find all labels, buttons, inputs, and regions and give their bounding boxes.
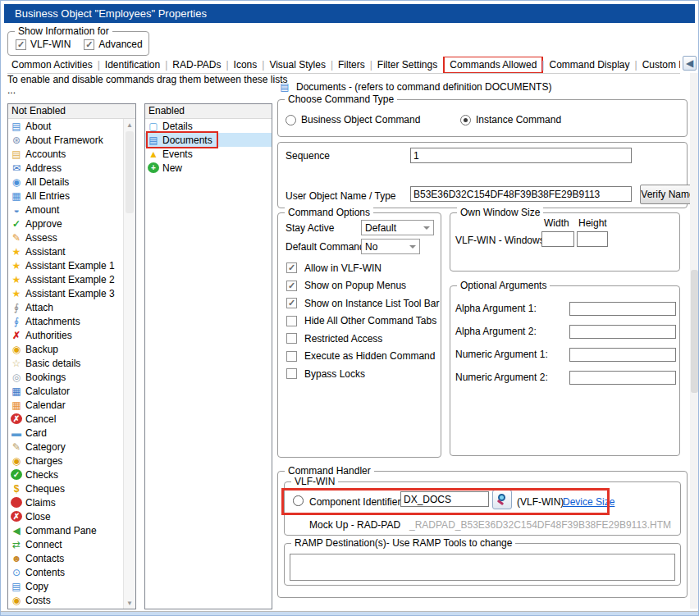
tab-filters[interactable]: Filters: [334, 58, 369, 71]
not-enabled-item-all-entries[interactable]: ▦All Entries: [8, 189, 123, 203]
not-enabled-item-attachments[interactable]: ∮Attachments: [8, 314, 123, 328]
tab-common-activities[interactable]: Common Activities: [7, 58, 97, 71]
not-enabled-scrollbar[interactable]: ▲ ▼: [123, 119, 135, 609]
not-enabled-item-basic-details[interactable]: ☆Basic details: [8, 356, 123, 370]
page-blue-icon: ▤: [279, 81, 290, 93]
not-enabled-item-crud[interactable]: ◍CRUD: [8, 607, 123, 609]
option-checkbox-hide-all-other-command-tabs[interactable]: Hide All Other Command Tabs: [286, 313, 440, 331]
not-enabled-item-about[interactable]: ▤About: [8, 119, 123, 133]
not-enabled-item-approve[interactable]: ✓Approve: [8, 217, 123, 230]
user-object-input[interactable]: [410, 186, 632, 202]
window-height-input[interactable]: [577, 231, 608, 247]
tab-rad-pads[interactable]: RAD-PADs: [168, 58, 225, 71]
show-info-checkbox-vlf-win[interactable]: ✓VLF-WIN: [16, 39, 71, 50]
not-enabled-item-accounts[interactable]: ▤Accounts: [8, 147, 123, 161]
not-enabled-item-about-framework[interactable]: ⊛About Framework: [8, 133, 123, 147]
verify-name-button[interactable]: Verify Name: [640, 185, 696, 204]
not-enabled-item-address[interactable]: ✉Address: [8, 161, 123, 175]
row-content: ☻Contacts: [11, 551, 68, 565]
item-label: Contacts: [25, 553, 64, 564]
numeric-argument-2-input[interactable]: [569, 371, 676, 385]
window-width-input[interactable]: [541, 231, 574, 247]
not-enabled-item-assistant-example-3[interactable]: ★Assistant Example 3: [8, 286, 123, 300]
not-enabled-item-authorities[interactable]: ✗Authorities: [8, 328, 123, 342]
alpha-argument-1-input[interactable]: [569, 302, 676, 316]
tab-scroll-left-button[interactable]: ◀: [683, 56, 697, 71]
not-enabled-item-costs[interactable]: ◉Costs: [8, 593, 123, 607]
not-enabled-item-contents[interactable]: ⊙Contents: [8, 565, 123, 579]
alpha-argument-2-input[interactable]: [569, 325, 676, 339]
option-checkbox-show-on-instance-list-tool-bar[interactable]: ✓Show on Instance List Tool Bar: [286, 294, 440, 313]
not-enabled-item-calculator[interactable]: ▦Calculator: [8, 384, 123, 398]
not-enabled-item-assistant[interactable]: ★Assistant: [8, 244, 123, 258]
radio-icon[interactable]: [460, 115, 471, 125]
component-search-button[interactable]: [492, 490, 512, 509]
ramp-destinations-textarea[interactable]: [290, 554, 675, 581]
not-enabled-item-charges[interactable]: ◉Charges: [8, 454, 123, 468]
not-enabled-item-connect[interactable]: ⇄Connect: [8, 537, 123, 551]
option-checkbox-allow-in-vlf-win[interactable]: ✓Allow in VLF-WIN: [286, 259, 440, 277]
device-size-link[interactable]: Device Size: [563, 496, 614, 508]
item-label: Cancel: [25, 413, 56, 425]
not-enabled-item-command-pane[interactable]: ◀Command Pane: [8, 523, 123, 537]
not-enabled-item-copy[interactable]: ▤Copy: [8, 579, 123, 593]
calendar-icon: ▦: [11, 399, 22, 411]
not-enabled-item-cancel[interactable]: ✗Cancel: [8, 412, 123, 426]
not-enabled-item-close[interactable]: ✗Close: [8, 509, 123, 523]
not-enabled-item-category[interactable]: ✎Category: [8, 440, 123, 454]
option-checkbox-restricted-access[interactable]: Restricted Access: [286, 330, 440, 348]
tab-icons[interactable]: Icons: [230, 58, 262, 71]
not-enabled-item-attach[interactable]: ∮Attach: [8, 300, 123, 314]
tab-identification[interactable]: Identification: [101, 58, 164, 71]
tab-custom-properties[interactable]: Custom Properties: [638, 58, 680, 71]
tab-visual-styles[interactable]: Visual Styles: [265, 58, 329, 71]
not-enabled-item-calendar[interactable]: ▦Calendar: [8, 398, 123, 412]
mockup-value: _RADPAD_B53E36D32C154DF48F39B38FE29B9113…: [409, 519, 671, 531]
panel-scrollbar-thumb[interactable]: [691, 270, 698, 393]
tab-filter-settings[interactable]: Filter Settings: [373, 58, 441, 71]
scroll-up-icon[interactable]: ▲: [124, 119, 135, 130]
not-enabled-item-assistant-example-2[interactable]: ★Assistant Example 2: [8, 272, 123, 286]
scrollbar-thumb[interactable]: [126, 131, 134, 213]
mockup-radio[interactable]: [293, 495, 304, 506]
plus-circle-icon: +: [148, 162, 159, 173]
component-identifier-input[interactable]: [400, 491, 489, 507]
not-enabled-item-contacts[interactable]: ☻Contacts: [8, 551, 123, 565]
stay-active-dropdown[interactable]: Default: [361, 220, 434, 235]
enabled-item-new[interactable]: +New: [145, 161, 272, 175]
scroll-down-icon[interactable]: ▼: [124, 597, 135, 609]
sequence-input[interactable]: [410, 148, 632, 163]
not-enabled-item-checks[interactable]: ✓Checks: [8, 468, 123, 481]
not-enabled-item-amount[interactable]: ◒Amount: [8, 203, 123, 217]
not-enabled-item-bookings[interactable]: ◎Bookings: [8, 370, 123, 384]
show-info-checkbox-advanced[interactable]: ✓Advanced: [84, 39, 142, 50]
check-icon: ✓: [11, 218, 22, 230]
vlf-win-subgroup: VLF-WIN Component Identifier (VLF-WIN) D…: [284, 481, 681, 536]
tab-commands-allowed[interactable]: Commands Allowed: [445, 58, 541, 71]
default-command-label: Default Command: [286, 241, 365, 253]
not-enabled-item-assess[interactable]: ✎Assess: [8, 230, 123, 244]
not-enabled-item-claims[interactable]: Claims: [8, 495, 123, 509]
enabled-item-details[interactable]: ▢Details: [145, 119, 272, 133]
numeric-argument-1-input[interactable]: [569, 348, 676, 362]
enabled-item-documents[interactable]: ▤Documents: [145, 133, 272, 147]
option-checkbox-show-on-popup-menus[interactable]: ✓Show on Popup Menus: [286, 277, 440, 295]
not-enabled-item-cheques[interactable]: $Cheques: [8, 481, 123, 495]
row-content: ★Assistant: [11, 244, 70, 258]
option-checkbox-execute-as-hidden-command[interactable]: Execute as Hidden Command: [286, 348, 440, 366]
not-enabled-item-all-details[interactable]: ◉All Details: [8, 175, 123, 189]
default-command-dropdown[interactable]: No: [361, 239, 420, 254]
choose-command-type-group: Choose Command Type Business Object Comm…: [277, 99, 688, 137]
panel-scrollbar[interactable]: [690, 73, 699, 609]
checkbox-box: ✓: [84, 39, 94, 50]
not-enabled-item-assistant-example-1[interactable]: ★Assistant Example 1: [8, 258, 123, 272]
enabled-item-events[interactable]: ▲Events: [145, 147, 272, 161]
not-enabled-item-backup[interactable]: ◉Backup: [8, 342, 123, 356]
tab-command-display[interactable]: Command Display: [545, 58, 633, 71]
not-enabled-item-card[interactable]: ▬Card: [8, 426, 123, 440]
command-type-radio-business-object-command[interactable]: Business Object Command: [286, 114, 460, 125]
radio-icon[interactable]: [286, 115, 296, 125]
option-checkbox-bypass-locks[interactable]: Bypass Locks: [286, 365, 440, 383]
item-label: Basic details: [25, 358, 80, 369]
command-type-radio-instance-command[interactable]: Instance Command: [460, 114, 561, 125]
